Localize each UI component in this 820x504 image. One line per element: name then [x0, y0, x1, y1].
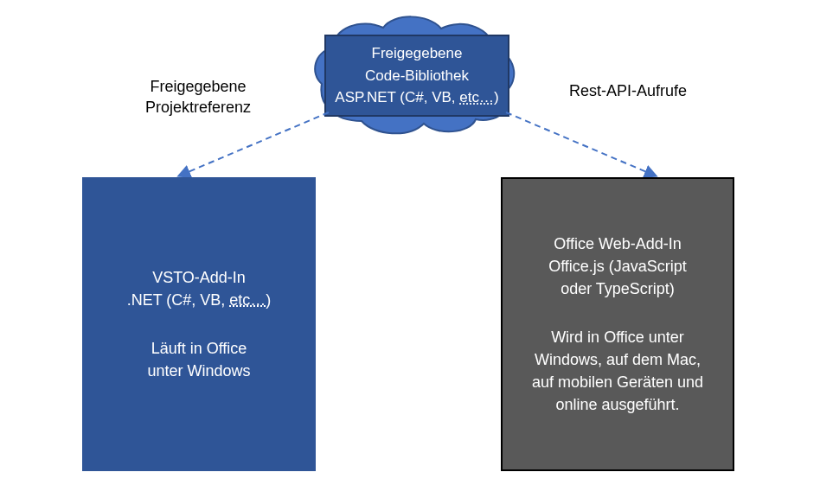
- office-web-box-g1-line1: Office Web-Add-In: [548, 233, 687, 255]
- vsto-box-g1-line2: .NET (C#, VB, etc…): [127, 289, 272, 311]
- svg-line-1: [506, 112, 655, 175]
- left-arrow-label: Freigegebene Projektreferenz: [145, 76, 251, 118]
- cloud-box-line3-prefix: ASP.NET (C#, VB,: [335, 89, 459, 105]
- cloud-box: Freigegebene Code-Bibliothek ASP.NET (C#…: [324, 35, 509, 117]
- office-web-box-group1: Office Web-Add-In Office.js (JavaScript …: [548, 233, 687, 300]
- cloud-box-line3-etc: etc…: [459, 89, 494, 105]
- vsto-box-g2-line2: unter Windows: [147, 360, 250, 382]
- right-arrow: [497, 108, 670, 186]
- left-arrow-label-line1: Freigegebene: [145, 76, 251, 97]
- cloud-box-line3-suffix: ): [494, 89, 499, 105]
- vsto-box: VSTO-Add-In .NET (C#, VB, etc…) Läuft in…: [82, 177, 316, 471]
- vsto-box-group1: VSTO-Add-In .NET (C#, VB, etc…): [127, 266, 272, 311]
- right-arrow-label: Rest-API-Aufrufe: [569, 82, 687, 100]
- office-web-box-g2-line4: online ausgeführt.: [532, 393, 703, 416]
- vsto-box-g1-line1: VSTO-Add-In: [127, 266, 272, 289]
- right-arrow-label-line1: Rest-API-Aufrufe: [569, 82, 687, 99]
- left-arrow-label-line2: Projektreferenz: [145, 97, 251, 118]
- vsto-box-g1-line2-prefix: .NET (C#, VB,: [127, 291, 230, 309]
- office-web-box-g2-line3: auf mobilen Geräten und: [532, 371, 703, 393]
- vsto-box-g1-line2-etc: etc…: [229, 291, 266, 309]
- office-web-box-group2: Wird in Office unter Windows, auf dem Ma…: [532, 326, 703, 416]
- office-web-box: Office Web-Add-In Office.js (JavaScript …: [501, 177, 734, 471]
- cloud-box-line3: ASP.NET (C#, VB, etc…): [335, 86, 498, 109]
- office-web-box-g1-line3: oder TypeScript): [548, 278, 687, 300]
- office-web-box-g2-line1: Wird in Office unter: [532, 326, 703, 348]
- cloud-box-line1: Freigegebene: [372, 42, 463, 65]
- vsto-box-g1-line2-suffix: ): [266, 291, 271, 309]
- vsto-box-g2-line1: Läuft in Office: [147, 337, 250, 360]
- office-web-box-g2-line2: Windows, auf dem Mac,: [532, 348, 703, 371]
- cloud-box-line2: Code-Bibliothek: [365, 65, 469, 87]
- office-web-box-g1-line2: Office.js (JavaScript: [548, 255, 687, 278]
- vsto-box-group2: Läuft in Office unter Windows: [147, 337, 250, 382]
